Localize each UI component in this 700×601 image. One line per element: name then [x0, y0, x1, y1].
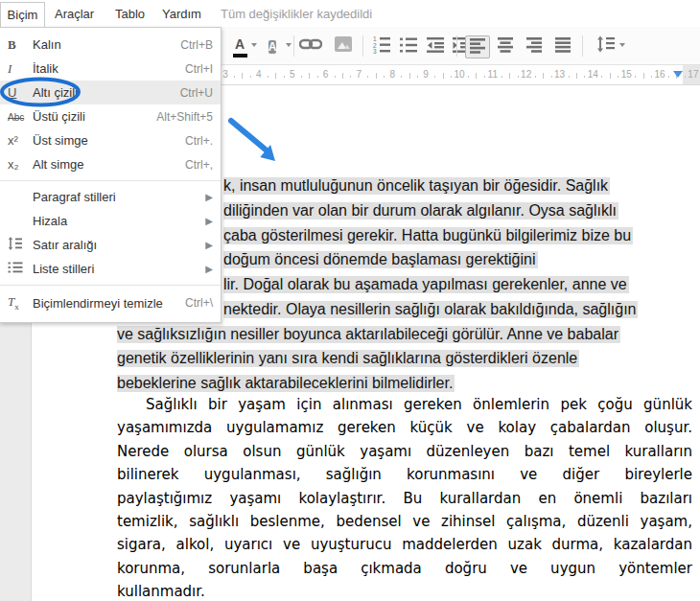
ruler-number: 6: [323, 69, 329, 80]
menu-shortcut: Alt+Shift+5: [156, 110, 213, 124]
align-right-button[interactable]: [523, 35, 546, 57]
ruler-number: 15: [621, 69, 632, 80]
menu-item-alt-simge[interactable]: x₂Alt simgeCtrl+,: [0, 152, 221, 176]
align-center-button[interactable]: [494, 35, 517, 57]
insert-image-button[interactable]: [332, 35, 355, 57]
menubar-item-bicim[interactable]: Biçim: [0, 2, 45, 27]
paragraph2-line[interactable]: paylaştığımız yaşamı kolaylaştırır. Bu k…: [117, 489, 692, 509]
svg-text:3: 3: [373, 48, 377, 54]
format-menu: BKalınCtrl+BIİtalikCtrl+IUAltı çiziliCtr…: [0, 27, 222, 323]
subscript-icon-icon: x₂: [8, 157, 33, 172]
menubar-item-yardim[interactable]: Yardım: [162, 7, 201, 21]
ruler-dot: [584, 76, 585, 78]
menu-item-label: Altı çizili: [33, 85, 180, 100]
decrease-indent-button[interactable]: [424, 35, 447, 57]
right-indent-marker-icon[interactable]: [673, 71, 683, 78]
ruler-number: 14: [588, 69, 598, 80]
menu-item-üstü-çizili[interactable]: AbcÜstü çiziliAlt+Shift+5: [0, 104, 221, 128]
paragraph1-line[interactable]: genetik özelliklerinin yanı sıra kendi s…: [117, 348, 579, 368]
paragraph2-line[interactable]: kullanmadır.: [117, 582, 692, 601]
menu-item-hizala[interactable]: Hizala▶: [0, 209, 221, 233]
text-color-button[interactable]: A: [228, 35, 251, 57]
ruler-number: 13: [554, 69, 565, 80]
justify-button[interactable]: [551, 35, 574, 57]
ruler-tick: [242, 73, 243, 79]
paragraph2-line[interactable]: temizlik, sağlıklı beslenme, bedensel ve…: [117, 512, 692, 532]
align-left-button[interactable]: [465, 35, 490, 58]
menu-item-label: İtalik: [33, 61, 185, 76]
numbered-list-button[interactable]: 123: [370, 35, 393, 57]
decrease-indent-icon: [426, 35, 445, 57]
menu-item-paragraf-stilleri[interactable]: Paragraf stilleri▶: [0, 185, 221, 209]
bulleted-list-button[interactable]: [397, 35, 420, 57]
toolbar-separator: [293, 35, 294, 57]
clear-formatting-icon-icon: Tx: [8, 294, 33, 312]
menubar: Biçim Araçlar Tablo Yardım Tüm değişikli…: [0, 0, 700, 27]
menu-item-label: Hizala: [33, 214, 205, 228]
menu-shortcut: Ctrl+.: [185, 134, 213, 148]
dropdown-caret-icon[interactable]: [619, 43, 625, 47]
submenu-arrow-icon: ▶: [205, 216, 213, 226]
ruler-tick: [342, 73, 343, 79]
ruler-tick: [476, 73, 477, 79]
highlight-color-icon: A: [268, 37, 277, 56]
list-styles-icon-icon: [8, 261, 33, 277]
menu-shortcut: Ctrl+\: [185, 296, 213, 310]
dropdown-caret-icon[interactable]: [251, 43, 257, 47]
paragraph2-line[interactable]: korunma, sorunlarla başa çıkmada doğru v…: [117, 559, 692, 579]
ruler-number: 4: [256, 69, 262, 80]
ruler-number: 9: [423, 69, 429, 80]
insert-link-button[interactable]: [299, 35, 322, 57]
line-spacing-icon: [596, 35, 616, 57]
menubar-item-araclar[interactable]: Araçlar: [55, 7, 94, 21]
ruler-dot: [268, 76, 268, 78]
paragraph1-line[interactable]: lir. Doğal olarak bu aşamada yapılması g…: [223, 274, 629, 294]
line-spacing-button[interactable]: [595, 35, 618, 57]
toolbar-separator: [362, 35, 363, 57]
ruler-number: 17: [688, 69, 698, 80]
paragraph2-line[interactable]: bilinerek uygulanması, sağlığın korunmas…: [117, 465, 692, 485]
numbered-list-icon: 123: [372, 35, 391, 58]
menu-item-i-talik[interactable]: IİtalikCtrl+I: [0, 57, 221, 81]
toolbar-separator: [456, 35, 457, 57]
ruler-tick: [376, 73, 377, 79]
bulleted-list-icon: [399, 35, 418, 58]
ruler-dot: [234, 76, 235, 78]
ruler-number: 8: [389, 69, 395, 80]
menu-item-altı-çizili[interactable]: UAltı çiziliCtrl+U: [0, 81, 221, 104]
ruler-dot: [284, 76, 285, 78]
submenu-arrow-icon: ▶: [205, 192, 213, 202]
menu-item-liste-stilleri[interactable]: Liste stilleri▶: [0, 257, 221, 281]
justify-icon: [553, 35, 572, 58]
paragraph1-line[interactable]: nektedir. Olaya nesillerin sağlığı olara…: [223, 299, 638, 319]
paragraph2-line[interactable]: yaşamımızda uygulamamız gereken küçük ve…: [117, 418, 692, 438]
menu-item-üst-simge[interactable]: x²Üst simgeCtrl+.: [0, 128, 221, 152]
paragraph1-line[interactable]: k, insan mutluluğunun öncelik taşıyan bi…: [223, 175, 610, 196]
dropdown-caret-icon[interactable]: [286, 43, 292, 47]
ruler-dot: [417, 76, 418, 78]
menubar-item-tablo[interactable]: Tablo: [115, 7, 145, 21]
paragraph1-line[interactable]: ve sağlıksızlığın nesiller boyunca aktar…: [117, 324, 620, 344]
ruler-dot: [635, 76, 636, 78]
paragraph2-line[interactable]: Nerede olursa olsun günlük yaşamı düzenl…: [117, 442, 692, 462]
paragraph2-line[interactable]: sigara, alkol, uyarıcı ve uyuşturucu mad…: [117, 535, 692, 555]
align-right-icon: [525, 35, 544, 58]
paragraph1-line[interactable]: çaba gösterilmesi gerekir. Hatta bugünkü…: [223, 225, 633, 245]
ruler-dot: [335, 76, 336, 78]
highlight-color-button[interactable]: A: [261, 35, 284, 57]
ruler-number: 16: [654, 69, 665, 80]
paragraph2-line[interactable]: Sağlıklı bir yaşam için alınması gereken…: [117, 395, 692, 415]
menu-shortcut: Ctrl+U: [180, 86, 213, 100]
paragraph1-line[interactable]: bebeklerine sağlık aktarabileceklerini b…: [117, 373, 455, 393]
menu-item-biçimlendirmeyi-temizle[interactable]: TxBiçimlendirmeyi temizleCtrl+\: [0, 289, 221, 316]
ruler-tick: [409, 73, 410, 79]
paragraph1-line[interactable]: diliğinden var olan bir durum olarak alg…: [223, 200, 618, 220]
menu-shortcut: Ctrl+I: [185, 62, 213, 76]
strikethrough-icon-icon: Abc: [8, 109, 33, 124]
menu-item-label: Satır aralığı: [33, 238, 205, 252]
menu-item-kalın[interactable]: BKalınCtrl+B: [0, 33, 221, 57]
paragraph1-line[interactable]: doğum öncesi dönemde başlaması gerektiği…: [223, 249, 538, 269]
menu-item-satır-aralığı[interactable]: Satır aralığı▶: [0, 233, 221, 257]
align-center-icon: [496, 35, 515, 58]
ruler-dot: [484, 76, 485, 78]
